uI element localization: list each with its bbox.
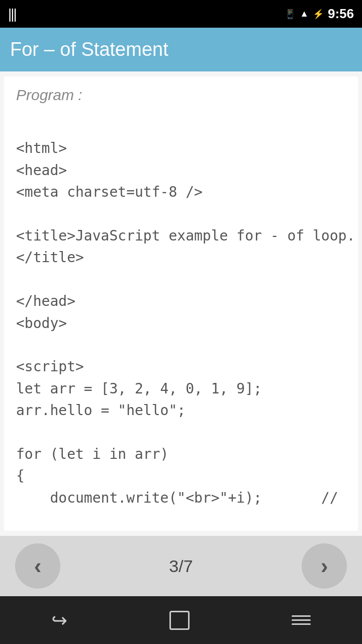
- page-title: For – of Statement: [10, 39, 168, 60]
- android-recents-button[interactable]: [292, 615, 311, 625]
- status-bar-right: 📱 ▲ ⚡ 9:56: [285, 6, 354, 22]
- program-label: Program :: [16, 87, 346, 104]
- code-block: <html> <head> <meta charset=utf-8 /> <ti…: [16, 116, 346, 509]
- wifi-icon: ▲: [300, 9, 309, 19]
- signal-icon: 📱: [285, 9, 296, 20]
- prev-button[interactable]: ‹: [15, 543, 60, 589]
- prev-arrow-icon: ‹: [34, 553, 42, 579]
- content-area: Program : <html> <head> <meta charset=ut…: [0, 71, 362, 536]
- android-nav: ↩: [0, 596, 362, 644]
- recents-icon: [292, 615, 311, 625]
- back-icon: ↩: [51, 609, 67, 631]
- battery-icon: ⚡: [313, 9, 324, 20]
- clock: 9:56: [328, 6, 354, 22]
- next-arrow-icon: ›: [321, 553, 328, 579]
- android-home-button[interactable]: [169, 611, 190, 630]
- navigation-bar: ‹ 3/7 ›: [0, 536, 362, 596]
- next-button[interactable]: ›: [302, 543, 347, 589]
- android-back-button[interactable]: ↩: [51, 609, 67, 631]
- status-bar-left: |||: [8, 6, 16, 22]
- hamburger-icon: |||: [8, 6, 16, 22]
- status-bar: ||| 📱 ▲ ⚡ 9:56: [0, 0, 362, 28]
- content-card: Program : <html> <head> <meta charset=ut…: [4, 76, 358, 531]
- page-indicator: 3/7: [169, 556, 193, 576]
- page-header: For – of Statement: [0, 28, 362, 71]
- home-icon: [169, 611, 190, 630]
